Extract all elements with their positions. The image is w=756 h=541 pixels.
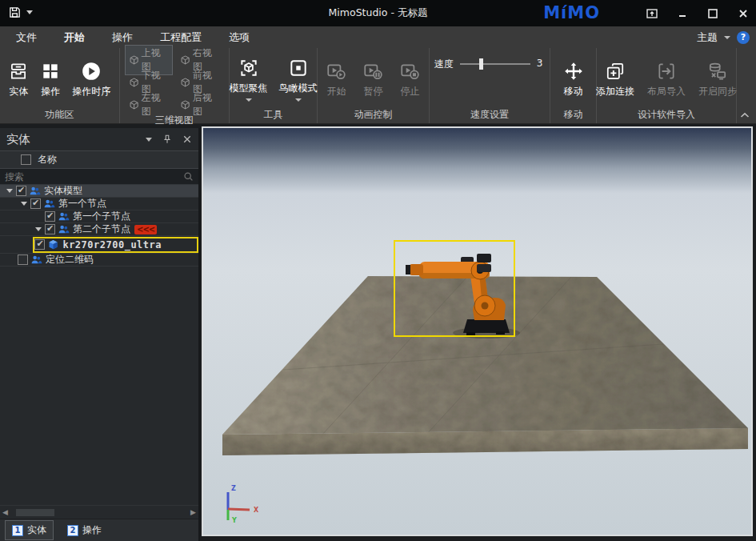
axis-z-label: Z [231,485,236,492]
sync-icon [707,61,728,82]
horizontal-scrollbar[interactable]: ◀ ▶ [0,505,198,519]
dropdown-icon[interactable] [246,98,252,102]
help-icon[interactable]: ? [737,31,750,44]
group-label: 设计软件导入 [597,108,736,123]
ribbon-group-animation-control: 开始 暂停 停止 动画控制 [318,48,430,123]
anim-pause-button[interactable]: 暂停 [359,59,386,100]
tree-row-first-child-node[interactable]: 第一个子节点 [0,210,198,223]
anim-stop-button[interactable]: 停止 [396,59,423,100]
entity-tree: 实体模型 第一个节点 第一个子节点 第二个子节点 <<< [0,185,198,266]
name-checkbox[interactable] [21,154,31,165]
pin-icon[interactable] [162,134,173,145]
window-title: MimoStudio - 无标题 [0,6,756,20]
tree-row-first-node[interactable]: 第一个节点 [0,198,198,210]
scrollbar-thumb[interactable] [16,509,54,516]
move-icon [563,61,584,82]
button-label: 开启同步 [698,85,737,98]
model-cube-icon [47,238,59,250]
tab-entity[interactable]: 1 实体 [5,520,54,540]
birdseye-icon [288,58,309,78]
expander-icon[interactable] [21,202,27,206]
collapse-ribbon-button[interactable] [737,48,756,123]
speed-slider-thumb[interactable] [479,58,483,70]
minimize-icon[interactable] [676,7,689,20]
button-label: 开始 [326,85,346,98]
tree-label: 实体模型 [44,184,82,198]
play-circle-icon [81,61,102,82]
row-checkbox[interactable] [16,186,26,196]
entity-group-icon [30,254,42,266]
name-header-label: 名称 [38,153,57,166]
button-label: 添加连接 [596,85,634,98]
row-checkbox[interactable] [45,211,55,222]
entity-group-icon [58,210,70,222]
button-label: 移动 [564,85,583,98]
scroll-right-icon[interactable]: ▶ [190,508,196,516]
row-checkbox[interactable] [34,239,45,250]
maximize-icon[interactable] [706,7,719,20]
group-label: 移动 [550,108,596,123]
speed-slider[interactable] [460,63,530,65]
mimo-logo: MíMO [543,3,600,22]
panel-close-icon[interactable] [182,134,192,144]
scene-canvas[interactable]: Z X Y [203,128,751,535]
menu-tab-start[interactable]: 开始 [53,26,96,49]
button-label: 实体 [9,85,28,98]
search-input[interactable] [5,171,183,182]
grid-icon [40,61,61,82]
layout-import-icon [656,61,677,82]
search-row [0,169,198,185]
menu-tab-file[interactable]: 文件 [5,26,48,49]
pause-icon [362,61,383,82]
tree-row-second-child-node[interactable]: 第二个子节点 <<< [0,223,198,236]
theme-dropdown-icon[interactable] [724,36,730,39]
group-label: 功能区 [0,108,119,123]
tree-row-qr-locator[interactable]: 定位二维码 [0,254,198,266]
tab-label: 实体 [27,523,46,537]
expander-icon[interactable] [35,227,42,231]
entity-button[interactable]: 实体 [5,59,32,100]
pin-window-icon[interactable] [646,7,658,20]
birdseye-mode-button[interactable]: 鸟瞰模式 [276,56,321,103]
button-label: 鸟瞰模式 [279,82,318,95]
row-checkbox[interactable] [30,198,41,209]
tab-number-badge: 2 [67,525,78,536]
tree-label: 第二个子节点 [73,222,130,236]
ribbon-group-tools: 模型聚焦 鸟瞰模式 工具 [230,48,318,123]
scroll-left-icon[interactable]: ◀ [2,508,8,516]
ribbon-group-speed-settings: 速度 3 速度设置 [430,48,551,123]
tree-label: 第一个节点 [58,197,106,210]
dropdown-icon[interactable] [295,98,302,102]
ribbon: 实体 操作 操作时序 功能区 上视图 [0,48,756,124]
button-label: 操作时序 [72,85,110,98]
tree-row-kr270[interactable]: kr270r2700_ultra [0,236,198,254]
model-focus-button[interactable]: 模型聚焦 [226,56,271,103]
close-icon[interactable] [737,7,750,20]
button-label: 模型聚焦 [230,82,268,95]
ribbon-group-move: 移动 移动 [550,48,597,123]
layout-import-button[interactable]: 布局导入 [644,59,689,100]
operation-sequence-button[interactable]: 操作时序 [69,59,114,100]
row-checkbox[interactable] [18,254,28,265]
move-button[interactable]: 移动 [560,59,587,100]
row-checkbox[interactable] [45,224,55,234]
axis-y-label: Y [231,517,237,524]
entity-panel: 实体 名称 实体模型 第一个节点 [0,128,200,541]
panel-dropdown-icon[interactable] [146,138,152,142]
tree-label: kr270r2700_ultra [62,239,162,250]
enable-sync-button[interactable]: 开启同步 [695,59,740,100]
expander-icon[interactable] [6,189,13,193]
button-label: 操作 [41,85,60,98]
add-connection-icon [605,61,626,82]
tree-row-entity-model[interactable]: 实体模型 [0,185,198,198]
menu-tab-options[interactable]: 选项 [218,26,261,49]
viewport-3d[interactable]: Z X Y [202,126,753,536]
entity-icon [8,61,29,82]
speed-value: 3 [537,58,543,69]
operation-button[interactable]: 操作 [37,59,64,100]
theme-button[interactable]: 主题 [697,30,718,45]
tab-operation[interactable]: 2 操作 [60,520,109,540]
tab-label: 操作 [82,523,102,537]
add-connection-button[interactable]: 添加连接 [593,59,638,100]
anim-start-button[interactable]: 开始 [322,59,350,100]
